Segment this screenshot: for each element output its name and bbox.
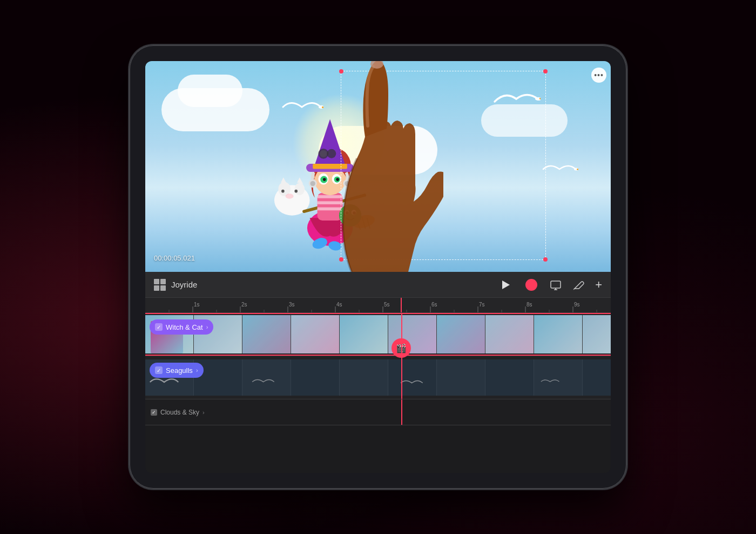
svg-point-45 [346,211,349,215]
svg-point-42 [339,204,361,226]
grid-icon [154,279,166,291]
more-options-button[interactable]: ••• [591,68,606,83]
svg-line-54 [573,289,575,290]
selection-corner-tl [339,69,343,74]
clouds-chevron: › [202,409,205,416]
timeline-controls: + [498,277,602,292]
witch-track-playhead [401,313,402,356]
timeline-ruler: 1s 2s 3s 4s 5s 6s 7s 8s 9s [145,298,611,313]
clouds-track-playhead [401,399,402,425]
pen-button[interactable] [572,279,584,291]
track-red-line-top [145,313,611,314]
clouds-sky-label-group: ✓ Clouds & Sky › [151,409,205,416]
clouds-checkmark: ✓ [152,410,156,415]
timeline-header: Joyride [145,272,611,298]
witch-cat-label: Witch & Cat [166,323,203,331]
svg-rect-23 [317,208,342,211]
clouds-sky-text: Clouds & Sky [160,409,199,416]
tracks-area: Witch & Cat › 🎬 [145,313,611,473]
video-timestamp: 00:00:05.021 [154,254,195,262]
svg-rect-22 [317,201,342,204]
svg-point-8 [294,183,305,196]
monitor-button[interactable] [550,279,562,291]
witch-cat-track-chip[interactable]: Witch & Cat › [150,319,213,335]
svg-point-40 [345,181,349,186]
clouds-sky-track: ✓ Clouds & Sky › [145,399,611,425]
seagulls-track-playhead [401,356,402,399]
clouds-checkbox[interactable]: ✓ [151,409,157,416]
video-preview: ••• 00:00:05.021 [145,61,611,272]
seagulls-chevron: › [196,367,198,373]
play-button[interactable] [498,277,513,292]
svg-text:7s: 7s [479,302,485,308]
seagulls-checkbox[interactable] [155,366,163,374]
svg-text:1s: 1s [194,302,200,308]
add-button[interactable]: + [595,278,602,292]
svg-point-29 [320,150,327,157]
witch-cat-chevron: › [206,324,208,330]
svg-point-13 [285,193,293,198]
record-circle [525,279,537,291]
ipad-frame: ••• 00:00:05.021 [130,45,626,489]
svg-point-30 [327,149,336,158]
grid-cell-1 [154,279,159,284]
seagulls-filmstrip [145,359,611,396]
svg-point-49 [370,61,383,69]
svg-point-38 [310,181,315,186]
witch-cat-track: Witch & Cat › 🎬 [145,313,611,356]
svg-point-12 [294,190,298,193]
more-options-icon: ••• [594,71,604,79]
add-icon: + [595,278,602,292]
svg-point-36 [336,178,339,181]
svg-marker-50 [502,281,510,289]
record-button[interactable] [524,277,539,292]
svg-point-11 [281,190,285,193]
svg-text:2s: 2s [241,302,247,308]
grid-cell-2 [160,279,166,284]
svg-point-35 [322,178,326,181]
svg-text:4s: 4s [336,302,342,308]
ipad-screen: ••• 00:00:05.021 [145,61,611,473]
witch-character [241,99,403,261]
timeline-title-group: Joyride [154,279,498,291]
grid-cell-4 [160,285,166,291]
svg-marker-10 [297,177,303,184]
selection-corner-tr [543,69,548,74]
witch-filmstrip [145,315,611,353]
timeline-section: Joyride [145,272,611,473]
grid-cell-3 [154,285,159,291]
svg-text:3s: 3s [289,302,295,308]
svg-marker-25 [314,119,345,165]
svg-rect-27 [313,164,347,169]
selection-corner-br [543,257,548,262]
witch-cat-checkbox[interactable] [155,323,163,331]
svg-text:8s: 8s [526,302,532,308]
svg-rect-3 [539,98,541,99]
svg-rect-51 [551,281,561,288]
svg-rect-21 [317,195,342,198]
svg-text:6s: 6s [431,302,437,308]
svg-text:5s: 5s [384,302,390,308]
timeline-project-name: Joyride [171,280,197,289]
svg-point-46 [353,211,356,215]
seagulls-track: Seagulls › [145,356,611,399]
seagull-right [541,158,578,180]
svg-text:9s: 9s [574,302,580,308]
seagulls-label: Seagulls [166,366,193,375]
svg-rect-5 [577,169,578,170]
seagull-top-right [492,83,541,115]
seagulls-track-chip[interactable]: Seagulls › [150,363,204,378]
track-red-line-bottom [145,355,611,356]
